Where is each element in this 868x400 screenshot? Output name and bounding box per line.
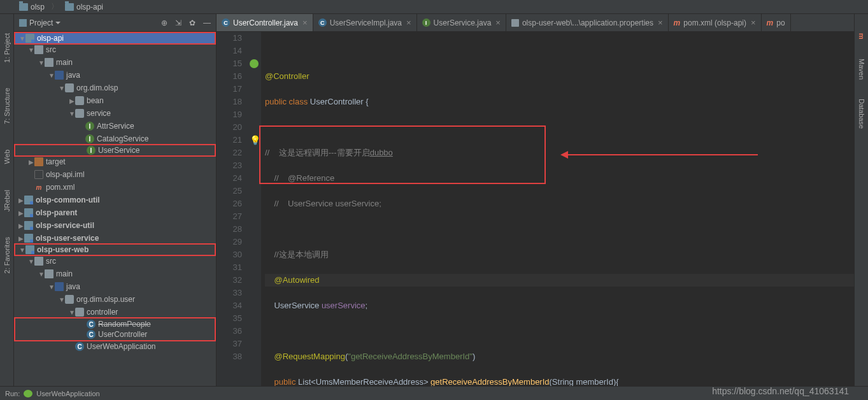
close-icon[interactable]: × <box>406 18 411 27</box>
tab-jrebel[interactable]: JRebel <box>3 190 11 211</box>
tree-node-package[interactable]: org.dim.olsp.user <box>14 293 216 306</box>
folder-icon <box>65 3 74 11</box>
gutter-icons: 💡 <box>248 32 261 386</box>
editor-tabs: CUserController.java× CUserServiceImpl.j… <box>217 14 854 32</box>
folder-icon <box>19 3 28 11</box>
package-icon <box>65 295 74 304</box>
tree-node-user-service[interactable]: olsp-user-service <box>14 232 216 245</box>
class-icon <box>87 320 96 329</box>
file-icon <box>34 170 43 179</box>
tree-node-service-util[interactable]: olsp-service-util <box>14 219 216 232</box>
src-folder-icon <box>55 282 64 291</box>
project-panel: Project ⊕ ⇲ ✿ — olsp-api src main java o… <box>14 14 217 400</box>
tree-node-service[interactable]: service <box>14 107 216 120</box>
maven-icon <box>767 18 774 27</box>
tab-project[interactable]: 1: Project <box>3 33 11 62</box>
tree-node-iml[interactable]: olsp-api.iml <box>14 168 216 181</box>
target-folder-icon <box>34 157 43 166</box>
close-icon[interactable]: × <box>495 18 501 27</box>
tab-favorites[interactable]: 2: Favorites <box>3 237 11 273</box>
tab-m[interactable]: m <box>858 33 865 39</box>
locate-icon[interactable]: ⊕ <box>161 18 167 27</box>
tree-node-src[interactable]: src <box>14 43 216 56</box>
package-icon <box>75 96 84 105</box>
tab-maven[interactable]: Maven <box>858 59 865 80</box>
interface-icon <box>85 122 94 131</box>
chevron-right-icon: 〉 <box>51 1 59 12</box>
watermark: https://blog.csdn.net/qq_41063141 <box>712 386 849 396</box>
settings-icon[interactable]: ✿ <box>189 18 196 27</box>
class-icon: C <box>318 18 327 27</box>
class-icon: C <box>222 18 230 27</box>
project-icon <box>19 19 27 27</box>
tab-pom-xml[interactable]: pom.xml (olsp-api)× <box>669 14 762 31</box>
tree-node-main[interactable]: main <box>14 56 216 69</box>
package-icon <box>75 109 84 118</box>
tab-overflow[interactable]: po <box>762 14 791 31</box>
tree-node-user-web[interactable]: olsp-user-web <box>14 243 216 256</box>
run-label[interactable]: Run: <box>5 390 20 397</box>
module-icon <box>24 221 33 230</box>
tree-node-java[interactable]: java <box>14 280 216 293</box>
tree-node-random-people[interactable]: RandomPeople <box>14 317 216 330</box>
tree-node-parent[interactable]: olsp-parent <box>14 206 216 219</box>
maven-icon <box>674 18 681 27</box>
tree-node-target[interactable]: target <box>14 155 216 168</box>
tab-web[interactable]: Web <box>3 150 11 164</box>
class-icon <box>87 330 96 339</box>
annotation-arrow <box>567 154 758 155</box>
hide-icon[interactable]: — <box>203 18 211 27</box>
interface-icon <box>87 146 96 155</box>
tree-node-user-web-app[interactable]: UserWebApplication <box>14 340 216 353</box>
tree-node-common-util[interactable]: olsp-common-util <box>14 194 216 206</box>
editor-panel: CUserController.java× CUserServiceImpl.j… <box>217 14 854 400</box>
tab-user-controller[interactable]: CUserController.java× <box>217 14 313 31</box>
maven-icon <box>34 183 43 192</box>
tree-node-user-service[interactable]: UserService <box>14 144 216 157</box>
tab-user-service[interactable]: IUserService.java× <box>417 14 506 31</box>
project-panel-title[interactable]: Project <box>19 18 60 27</box>
folder-icon <box>34 45 43 54</box>
src-folder-icon <box>55 71 64 80</box>
collapse-icon[interactable]: ⇲ <box>175 18 181 27</box>
right-tool-strip: m Maven Database <box>854 14 868 400</box>
breadcrumb[interactable]: olsp 〉 olsp-api <box>19 1 103 12</box>
tree-node-java[interactable]: java <box>14 69 216 82</box>
bulb-icon[interactable]: 💡 <box>250 136 259 145</box>
module-icon <box>25 34 34 43</box>
tree-node-attr-service[interactable]: AttrService <box>14 120 216 132</box>
tree-node-pom[interactable]: pom.xml <box>14 181 216 194</box>
project-tree[interactable]: olsp-api src main java org.dim.olsp bean… <box>14 32 216 400</box>
folder-icon <box>45 58 53 67</box>
tab-structure[interactable]: 7: Structure <box>3 88 11 124</box>
close-icon[interactable]: × <box>302 18 308 27</box>
chevron-down-icon <box>55 22 60 24</box>
interface-icon: I <box>422 18 430 27</box>
folder-icon <box>34 257 43 266</box>
navigation-bar: olsp 〉 olsp-api <box>0 0 868 14</box>
tree-node-catalog-service[interactable]: CatalogService <box>14 132 216 145</box>
run-config[interactable]: UserWebApplication <box>36 390 99 397</box>
tab-app-properties[interactable]: olsp-user-web\...\application.properties… <box>506 14 669 31</box>
close-icon[interactable]: × <box>751 18 756 27</box>
spring-icon <box>24 390 32 397</box>
editor-body[interactable]: 1314151617181920212223242526272829303132… <box>217 32 854 386</box>
spring-gutter-icon[interactable] <box>250 59 259 68</box>
tree-node-olsp-api[interactable]: olsp-api <box>14 32 216 45</box>
module-icon <box>25 245 34 254</box>
code-area[interactable]: @Controller public class UserController … <box>261 32 854 386</box>
tab-user-service-impl[interactable]: CUserServiceImpl.java× <box>313 14 417 31</box>
tree-node-src[interactable]: src <box>14 255 216 268</box>
tree-node-main[interactable]: main <box>14 268 216 280</box>
tab-database[interactable]: Database <box>858 99 865 129</box>
folder-icon <box>45 269 53 278</box>
tree-node-user-controller[interactable]: UserController <box>14 329 216 341</box>
close-icon[interactable]: × <box>658 18 663 27</box>
crumb-root: olsp <box>31 3 45 11</box>
module-icon <box>24 234 33 243</box>
tree-node-controller[interactable]: controller <box>14 306 216 318</box>
tree-node-package[interactable]: org.dim.olsp <box>14 82 216 94</box>
left-tool-strip: 1: Project 7: Structure Web JRebel 2: Fa… <box>0 14 14 400</box>
tree-node-bean[interactable]: bean <box>14 94 216 107</box>
class-icon <box>75 342 84 351</box>
